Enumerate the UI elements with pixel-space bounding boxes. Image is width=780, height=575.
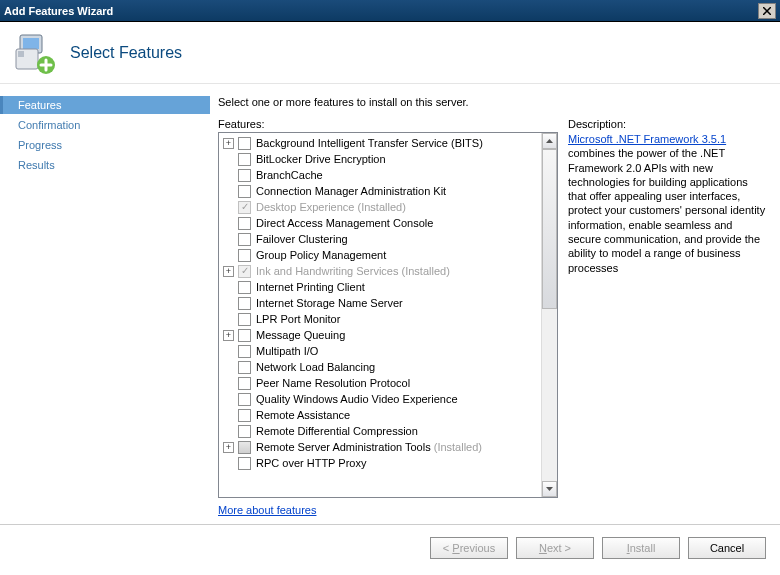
wizard-sidebar: FeaturesConfirmationProgressResults bbox=[0, 84, 210, 524]
expand-spacer bbox=[223, 410, 234, 421]
feature-row[interactable]: Peer Name Resolution Protocol bbox=[223, 375, 541, 391]
feature-checkbox[interactable] bbox=[238, 153, 251, 166]
feature-checkbox[interactable] bbox=[238, 249, 251, 262]
feature-label: Failover Clustering bbox=[256, 233, 348, 245]
feature-label: Network Load Balancing bbox=[256, 361, 375, 373]
feature-row[interactable]: Quality Windows Audio Video Experience bbox=[223, 391, 541, 407]
close-icon bbox=[763, 7, 771, 15]
feature-row[interactable]: Internet Printing Client bbox=[223, 279, 541, 295]
feature-label: Background Intelligent Transfer Service … bbox=[256, 137, 483, 149]
features-tree[interactable]: +Background Intelligent Transfer Service… bbox=[218, 132, 558, 498]
expand-spacer bbox=[223, 250, 234, 261]
feature-label: Ink and Handwriting Services (Installed) bbox=[256, 265, 450, 277]
chevron-up-icon bbox=[546, 139, 553, 143]
feature-row[interactable]: +Background Intelligent Transfer Service… bbox=[223, 135, 541, 151]
window-title: Add Features Wizard bbox=[4, 5, 758, 17]
close-button[interactable] bbox=[758, 3, 776, 19]
feature-row[interactable]: +Message Queuing bbox=[223, 327, 541, 343]
sidebar-item-features[interactable]: Features bbox=[0, 96, 210, 114]
expand-spacer bbox=[223, 378, 234, 389]
expand-icon[interactable]: + bbox=[223, 330, 234, 341]
feature-checkbox[interactable] bbox=[238, 297, 251, 310]
feature-row[interactable]: Remote Assistance bbox=[223, 407, 541, 423]
expand-spacer bbox=[223, 426, 234, 437]
expand-spacer bbox=[223, 346, 234, 357]
chevron-down-icon bbox=[546, 487, 553, 491]
feature-checkbox[interactable] bbox=[238, 329, 251, 342]
feature-row[interactable]: Group Policy Management bbox=[223, 247, 541, 263]
feature-checkbox[interactable] bbox=[238, 457, 251, 470]
instruction-text: Select one or more features to install o… bbox=[218, 96, 768, 108]
next-button[interactable]: Next > bbox=[516, 537, 594, 559]
feature-label: Direct Access Management Console bbox=[256, 217, 433, 229]
feature-label: Multipath I/O bbox=[256, 345, 318, 357]
feature-label: Remote Server Administration Tools (Inst… bbox=[256, 441, 482, 453]
expand-spacer bbox=[223, 218, 234, 229]
feature-label: Remote Differential Compression bbox=[256, 425, 418, 437]
feature-row[interactable]: RPC over HTTP Proxy bbox=[223, 455, 541, 471]
expand-icon[interactable]: + bbox=[223, 266, 234, 277]
expand-spacer bbox=[223, 170, 234, 181]
feature-checkbox[interactable] bbox=[238, 441, 251, 454]
sidebar-item-results[interactable]: Results bbox=[0, 156, 210, 174]
feature-row[interactable]: Failover Clustering bbox=[223, 231, 541, 247]
feature-row[interactable]: Network Load Balancing bbox=[223, 359, 541, 375]
description-link[interactable]: Microsoft .NET Framework 3.5.1 bbox=[568, 133, 726, 145]
cancel-button[interactable]: Cancel bbox=[688, 537, 766, 559]
feature-checkbox[interactable] bbox=[238, 409, 251, 422]
sidebar-item-progress[interactable]: Progress bbox=[0, 136, 210, 154]
titlebar: Add Features Wizard bbox=[0, 0, 780, 22]
scroll-thumb[interactable] bbox=[542, 149, 557, 309]
button-bar: < Previous Next > Install Cancel bbox=[0, 524, 780, 571]
feature-row[interactable]: Connection Manager Administration Kit bbox=[223, 183, 541, 199]
more-about-features-link[interactable]: More about features bbox=[218, 504, 558, 516]
feature-checkbox[interactable] bbox=[238, 377, 251, 390]
feature-label: BranchCache bbox=[256, 169, 323, 181]
feature-checkbox[interactable] bbox=[238, 217, 251, 230]
feature-checkbox[interactable] bbox=[238, 393, 251, 406]
previous-button: < Previous bbox=[430, 537, 508, 559]
feature-checkbox[interactable] bbox=[238, 345, 251, 358]
feature-label: Peer Name Resolution Protocol bbox=[256, 377, 410, 389]
description-text: combines the power of the .NET Framework… bbox=[568, 147, 765, 273]
scroll-up-button[interactable] bbox=[542, 133, 557, 149]
feature-checkbox[interactable] bbox=[238, 425, 251, 438]
wizard-icon bbox=[12, 31, 56, 75]
feature-row[interactable]: +Ink and Handwriting Services (Installed… bbox=[223, 263, 541, 279]
feature-checkbox[interactable] bbox=[238, 361, 251, 374]
expand-icon[interactable]: + bbox=[223, 442, 234, 453]
feature-row[interactable]: LPR Port Monitor bbox=[223, 311, 541, 327]
feature-row[interactable]: Remote Differential Compression bbox=[223, 423, 541, 439]
svg-rect-1 bbox=[23, 38, 39, 49]
feature-checkbox[interactable] bbox=[238, 169, 251, 182]
feature-row[interactable]: Direct Access Management Console bbox=[223, 215, 541, 231]
main-panel: Select one or more features to install o… bbox=[210, 84, 780, 524]
feature-checkbox[interactable] bbox=[238, 185, 251, 198]
scroll-down-button[interactable] bbox=[542, 481, 557, 497]
expand-icon[interactable]: + bbox=[223, 138, 234, 149]
feature-row[interactable]: Internet Storage Name Server bbox=[223, 295, 541, 311]
feature-label: Connection Manager Administration Kit bbox=[256, 185, 446, 197]
expand-spacer bbox=[223, 362, 234, 373]
expand-spacer bbox=[223, 234, 234, 245]
features-label: Features: bbox=[218, 118, 558, 130]
feature-checkbox[interactable] bbox=[238, 313, 251, 326]
description-panel: Description: Microsoft .NET Framework 3.… bbox=[568, 118, 768, 516]
feature-label: Remote Assistance bbox=[256, 409, 350, 421]
feature-label: Quality Windows Audio Video Experience bbox=[256, 393, 458, 405]
feature-row[interactable]: Multipath I/O bbox=[223, 343, 541, 359]
feature-checkbox[interactable] bbox=[238, 281, 251, 294]
feature-checkbox[interactable] bbox=[238, 137, 251, 150]
feature-label: Group Policy Management bbox=[256, 249, 386, 261]
sidebar-item-confirmation[interactable]: Confirmation bbox=[0, 116, 210, 134]
feature-row[interactable]: Desktop Experience (Installed) bbox=[223, 199, 541, 215]
feature-checkbox[interactable] bbox=[238, 233, 251, 246]
feature-row[interactable]: BitLocker Drive Encryption bbox=[223, 151, 541, 167]
scrollbar-vertical[interactable] bbox=[541, 133, 557, 497]
feature-label: Desktop Experience (Installed) bbox=[256, 201, 406, 213]
expand-spacer bbox=[223, 394, 234, 405]
description-label: Description: bbox=[568, 118, 768, 130]
feature-row[interactable]: +Remote Server Administration Tools (Ins… bbox=[223, 439, 541, 455]
feature-label: BitLocker Drive Encryption bbox=[256, 153, 386, 165]
feature-row[interactable]: BranchCache bbox=[223, 167, 541, 183]
